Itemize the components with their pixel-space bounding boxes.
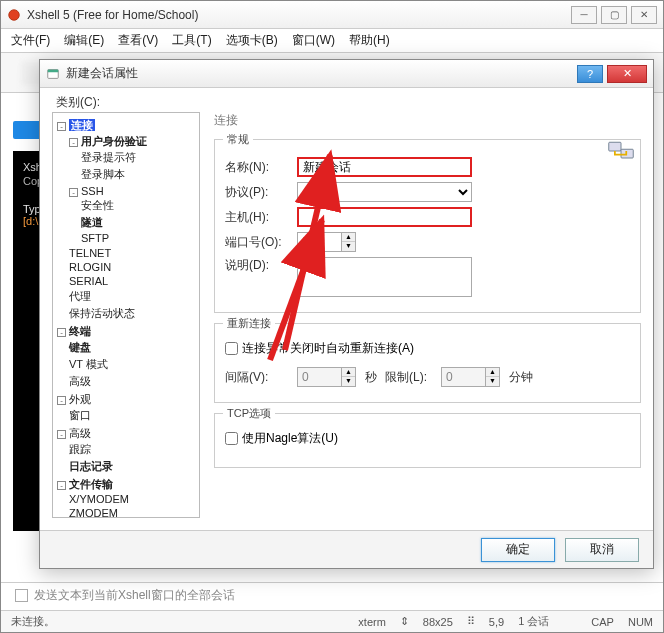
port-input[interactable] [297,232,342,252]
desc-input[interactable] [297,257,472,297]
main-title: Xshell 5 (Free for Home/School) [27,8,571,22]
broadcast-bar: 发送文本到当前Xshell窗口的全部会话 [1,582,663,608]
category-tree[interactable]: -连接 -用户身份验证 登录提示符 登录脚本 -SSH 安全性 [52,112,200,518]
status-cap: CAP [591,616,614,628]
port-spinner[interactable]: ▲▼ [342,232,356,252]
tree-trace[interactable]: 跟踪 [69,441,195,458]
cancel-button[interactable]: 取消 [565,538,639,562]
reconnect-legend: 重新连接 [223,316,275,331]
interval-spinner[interactable]: ▲▼ [342,367,356,387]
tree-proxy[interactable]: 代理 [69,288,195,305]
tree-appearance[interactable]: 外观 [69,393,91,405]
status-pos-icon: ⠿ [467,615,475,628]
tree-login-script[interactable]: 登录脚本 [81,166,195,183]
desc-label: 说明(D): [225,257,297,274]
statusbar: 未连接。 xterm ⇕ 88x25 ⠿ 5,9 1 会话 CAP NUM [1,610,663,632]
status-pos: 5,9 [489,616,504,628]
tree-advanced-term[interactable]: 高级 [69,373,195,390]
dialog-titlebar[interactable]: 新建会话属性 ? ✕ [40,60,653,88]
status-term: xterm [358,616,386,628]
maximize-button[interactable]: ▢ [601,6,627,24]
app-logo-icon [7,8,21,22]
dialog-title: 新建会话属性 [66,65,577,82]
auto-reconnect-checkbox[interactable] [225,342,238,355]
limit-input[interactable] [441,367,486,387]
broadcast-checkbox[interactable] [15,589,28,602]
menu-file[interactable]: 文件(F) [11,32,50,49]
status-size-icon: ⇕ [400,615,409,628]
port-label: 端口号(O): [225,234,297,251]
tree-terminal[interactable]: 终端 [69,325,91,337]
tree-tunnel[interactable]: 隧道 [81,214,195,231]
interval-input[interactable] [297,367,342,387]
tree-advanced[interactable]: 高级 [69,427,91,439]
session-properties-dialog: 新建会话属性 ? ✕ 类别(C): -连接 -用户身份验证 登录提示符 登录脚本 [39,59,654,569]
status-num: NUM [628,616,653,628]
tree-keyboard[interactable]: 键盘 [69,339,195,356]
dialog-close-button[interactable]: ✕ [607,65,647,83]
menu-window[interactable]: 窗口(W) [292,32,335,49]
status-session: 1 会话 [518,614,549,629]
dialog-help-button[interactable]: ? [577,65,603,83]
ok-button[interactable]: 确定 [481,538,555,562]
minimize-button[interactable]: ─ [571,6,597,24]
content-heading: 连接 [214,112,641,129]
limit-unit: 分钟 [509,369,533,386]
menu-view[interactable]: 查看(V) [118,32,158,49]
limit-label: 限制(L): [385,369,441,386]
interval-unit: 秒 [365,369,377,386]
tree-login-prompt[interactable]: 登录提示符 [81,149,195,166]
nagle-checkbox[interactable] [225,432,238,445]
tree-connection[interactable]: 连接 [69,119,95,131]
auto-reconnect-label: 连接异常关闭时自动重新连接(A) [242,340,414,357]
host-label: 主机(H): [225,209,297,226]
tcp-legend: TCP选项 [223,406,275,421]
limit-spinner[interactable]: ▲▼ [486,367,500,387]
tree-vt[interactable]: VT 模式 [69,356,195,373]
tree-ssh[interactable]: SSH [81,185,104,197]
broadcast-label: 发送文本到当前Xshell窗口的全部会话 [34,587,235,604]
status-not-connected: 未连接。 [11,614,55,629]
tree-window[interactable]: 窗口 [69,407,195,424]
session-tab-indicator[interactable] [13,121,41,139]
tree-rlogin[interactable]: RLOGIN [69,260,195,274]
main-titlebar[interactable]: Xshell 5 (Free for Home/School) ─ ▢ ✕ [1,1,663,29]
svg-point-0 [9,9,20,20]
menu-help[interactable]: 帮助(H) [349,32,390,49]
name-input[interactable] [297,157,472,177]
tree-zmodem[interactable]: ZMODEM [69,506,195,518]
menubar: 文件(F) 编辑(E) 查看(V) 工具(T) 选项卡(B) 窗口(W) 帮助(… [1,29,663,53]
tcp-group: TCP选项 使用Nagle算法(U) [214,413,641,468]
dialog-icon [46,67,60,81]
protocol-label: 协议(P): [225,184,297,201]
menu-tools[interactable]: 工具(T) [172,32,211,49]
close-main-button[interactable]: ✕ [631,6,657,24]
tree-file-transfer[interactable]: 文件传输 [69,478,113,490]
status-size: 88x25 [423,616,453,628]
interval-label: 间隔(V): [225,369,297,386]
tree-keep-alive[interactable]: 保持活动状态 [69,305,195,322]
tree-telnet[interactable]: TELNET [69,246,195,260]
name-label: 名称(N): [225,159,297,176]
menu-edit[interactable]: 编辑(E) [64,32,104,49]
tree-auth[interactable]: 用户身份验证 [81,135,147,147]
general-group: 常规 名称(N): 协议(P): SSH 主机(H): 端口号(O): [214,139,641,313]
tree-sftp[interactable]: SFTP [81,231,195,245]
tree-security[interactable]: 安全性 [81,197,195,214]
reconnect-group: 重新连接 连接异常关闭时自动重新连接(A) 间隔(V): ▲▼ 秒 限制(L):… [214,323,641,403]
protocol-select[interactable]: SSH [297,182,472,202]
nagle-label: 使用Nagle算法(U) [242,430,338,447]
category-label: 类别(C): [56,94,100,111]
tree-logging[interactable]: 日志记录 [69,458,195,475]
general-legend: 常规 [223,132,253,147]
tree-serial[interactable]: SERIAL [69,274,195,288]
menu-tab[interactable]: 选项卡(B) [226,32,278,49]
host-input[interactable] [297,207,472,227]
svg-rect-2 [48,69,59,72]
tree-xymodem[interactable]: X/YMODEM [69,492,195,506]
